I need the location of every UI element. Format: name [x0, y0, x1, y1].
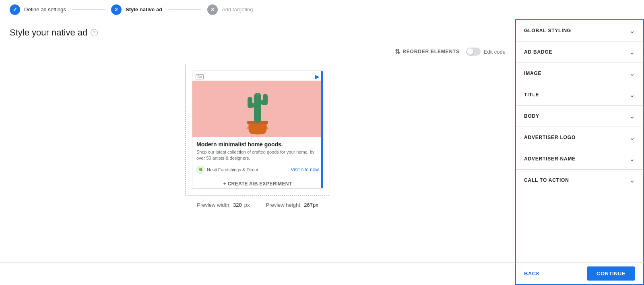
svg-rect-4	[248, 97, 252, 108]
accordion-header-body[interactable]: BODY ⌄	[516, 106, 643, 127]
preview-width-item: Preview width: 320 px	[197, 202, 250, 208]
step-1-circle: ✓	[10, 4, 20, 15]
chevron-down-icon-advertiser-name: ⌄	[629, 154, 635, 163]
accordion-item-advertiser-name: ADVERTISER NAME ⌄	[516, 148, 643, 170]
chevron-down-icon-advertiser-logo: ⌄	[629, 133, 635, 142]
accordion-header-advertiser-name[interactable]: ADVERTISER NAME ⌄	[516, 148, 643, 169]
preview-height-item: Preview height: 267px	[266, 202, 318, 208]
accordion-label-body: BODY	[524, 113, 539, 119]
step-3: 3 Add targeting	[207, 4, 253, 15]
edit-code-label: Edit code	[484, 49, 506, 55]
accordion-label-advertiser-logo: ADVERTISER LOGO	[524, 135, 576, 140]
chevron-down-icon-title: ⌄	[629, 90, 635, 99]
preview-container: Ad ▶	[10, 64, 506, 208]
chevron-down-icon-call-to-action: ⌄	[629, 176, 635, 185]
step-2: 2 Style native ad	[111, 4, 162, 15]
advertiser-logo: 🌿	[196, 166, 204, 174]
step-divider-1	[72, 9, 105, 10]
accordion-header-image[interactable]: IMAGE ⌄	[516, 63, 643, 84]
accordion-item-advertiser-logo: ADVERTISER LOGO ⌄	[516, 127, 643, 148]
stepper-bar: ✓ Define ad settings 2 Style native ad 3…	[0, 0, 644, 19]
panel-bottom-bar: BACK CONTINUE	[515, 262, 644, 285]
preview-width-value: 320	[233, 202, 242, 208]
svg-rect-2	[254, 93, 261, 123]
ab-experiment-button[interactable]: + CREATE A/B EXPERIMENT	[192, 177, 323, 188]
ad-badge: Ad	[196, 74, 204, 79]
continue-button[interactable]: CONTINUE	[587, 266, 635, 281]
full-bottom: BACK CONTINUE	[0, 262, 644, 285]
cactus-svg	[237, 81, 278, 137]
preview-width-label: Preview width:	[197, 202, 231, 208]
preview-height-label: Preview height:	[266, 202, 301, 208]
chevron-down-icon-global-styling: ⌄	[629, 26, 635, 35]
advertiser-info: 🌿 Nesti Furnishings & Decor	[196, 166, 258, 174]
ad-title: Modern minimalist home goods.	[196, 141, 319, 148]
right-panel: GLOBAL STYLING ⌄ AD BADGE ⌄ IMAGE ⌄ TITL…	[515, 19, 644, 262]
edit-code-toggle[interactable]	[466, 48, 481, 56]
step-2-label: Style native ad	[126, 6, 162, 12]
toolbar-row: ⇅ REORDER ELEMENTS Edit code	[10, 48, 506, 56]
accordion-label-call-to-action: CALL TO ACTION	[524, 177, 569, 183]
ad-body: Shop our latest collection of crafted go…	[196, 149, 319, 162]
step-1: ✓ Define ad settings	[10, 4, 66, 15]
ad-arrow-icon: ▶	[315, 73, 320, 80]
ad-card: Ad ▶	[192, 71, 323, 189]
accordion-label-ad-badge: AD BADGE	[524, 49, 552, 55]
step-3-label: Add targeting	[222, 6, 253, 12]
accordion-item-call-to-action: CALL TO ACTION ⌄	[516, 170, 643, 191]
ad-content: Modern minimalist home goods. Shop our l…	[192, 137, 323, 177]
accordion-item-image: IMAGE ⌄	[516, 63, 643, 84]
preview-height-value: 267px	[304, 202, 318, 208]
step-2-circle: 2	[111, 4, 122, 15]
preview-dims: Preview width: 320 px Preview height: 26…	[197, 202, 318, 208]
accordion-item-title: TITLE ⌄	[516, 84, 643, 106]
reorder-elements-button[interactable]: ⇅ REORDER ELEMENTS	[395, 48, 460, 56]
ad-blue-bar	[321, 71, 323, 188]
toggle-row: Edit code	[466, 48, 506, 56]
ad-image	[192, 81, 323, 137]
accordion-item-body: BODY ⌄	[516, 106, 643, 127]
step-1-label: Define ad settings	[24, 6, 66, 12]
accordion-label-title: TITLE	[524, 92, 539, 98]
content-bottom-spacer	[0, 262, 515, 285]
accordion-label-image: IMAGE	[524, 71, 541, 76]
chevron-down-icon-image: ⌄	[629, 69, 635, 78]
accordion-header-ad-badge[interactable]: AD BADGE ⌄	[516, 42, 643, 62]
accordion-header-global-styling[interactable]: GLOBAL STYLING ⌄	[516, 20, 643, 41]
reorder-label: REORDER ELEMENTS	[402, 49, 459, 54]
help-icon[interactable]: ?	[91, 29, 98, 36]
accordion-item-global-styling: GLOBAL STYLING ⌄	[516, 20, 643, 42]
accordion-header-advertiser-logo[interactable]: ADVERTISER LOGO ⌄	[516, 127, 643, 148]
content-area: Style your native ad ? ⇅ REORDER ELEMENT…	[0, 19, 515, 262]
advertiser-name-text: Nesti Furnishings & Decor	[207, 167, 258, 172]
chevron-down-icon-ad-badge: ⌄	[629, 48, 635, 56]
page-title-row: Style your native ad ?	[10, 27, 506, 38]
accordion-header-title[interactable]: TITLE ⌄	[516, 84, 643, 105]
preview-width-unit: px	[244, 202, 250, 208]
reorder-icon: ⇅	[395, 48, 400, 56]
ad-footer: 🌿 Nesti Furnishings & Decor Visit site n…	[196, 166, 319, 174]
cta-link[interactable]: Visit site now	[291, 167, 319, 173]
step-divider-2	[169, 9, 201, 10]
ad-preview-outer: Ad ▶	[185, 64, 330, 196]
main-layout: Style your native ad ? ⇅ REORDER ELEMENT…	[0, 19, 644, 262]
accordion-label-global-styling: GLOBAL STYLING	[524, 28, 571, 33]
ad-badge-row: Ad ▶	[192, 71, 323, 81]
page-title: Style your native ad	[10, 27, 87, 38]
svg-rect-6	[263, 94, 268, 105]
step-3-circle: 3	[207, 4, 218, 15]
back-button[interactable]: BACK	[524, 270, 540, 277]
accordion-label-advertiser-name: ADVERTISER NAME	[524, 156, 576, 162]
accordion-item-ad-badge: AD BADGE ⌄	[516, 42, 643, 63]
chevron-down-icon-body: ⌄	[629, 112, 635, 121]
accordion-header-call-to-action[interactable]: CALL TO ACTION ⌄	[516, 170, 643, 191]
